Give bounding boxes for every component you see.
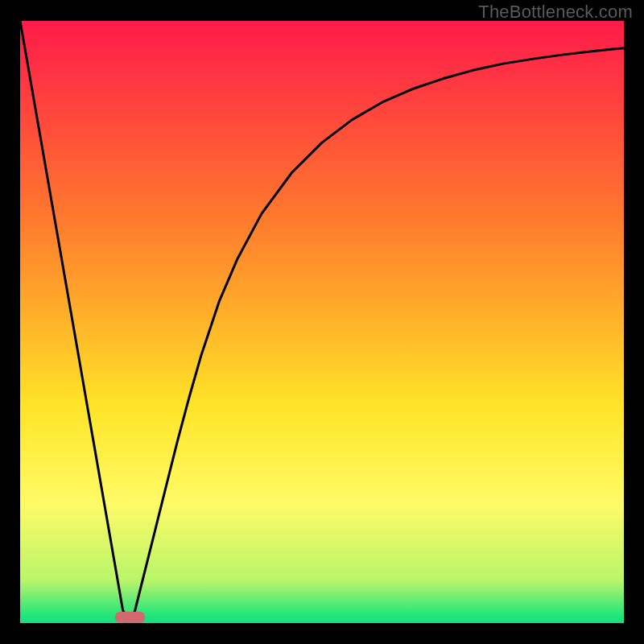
gradient-background [20, 21, 624, 623]
optimal-marker [115, 612, 146, 623]
bottleneck-chart [20, 21, 624, 623]
plot-area [20, 21, 624, 623]
chart-container: TheBottleneck.com [0, 0, 644, 644]
watermark-text: TheBottleneck.com [478, 2, 633, 23]
